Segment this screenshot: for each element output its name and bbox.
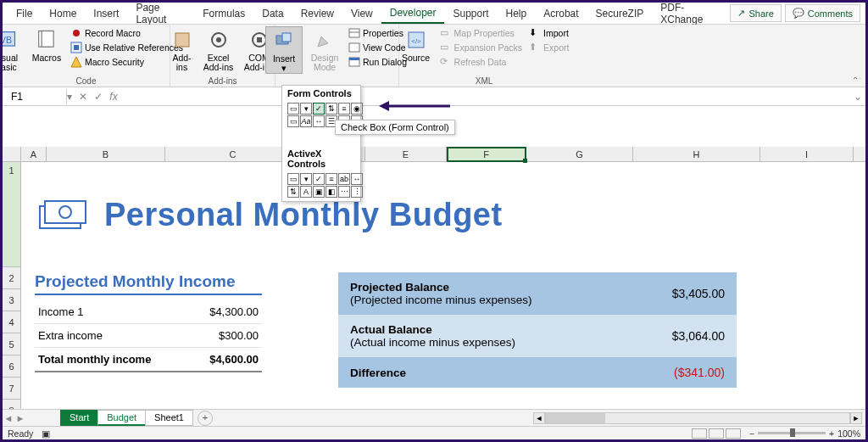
col-header-G[interactable]: G bbox=[526, 147, 633, 161]
balance-row: Projected Balance(Projected income minus… bbox=[338, 272, 737, 315]
income-row: Income 1$4,300.00 bbox=[35, 300, 262, 324]
expansion-packs-button[interactable]: ▭Expansion Packs bbox=[438, 41, 525, 54]
col-header-E[interactable]: E bbox=[365, 147, 447, 161]
ax-checkbox-icon[interactable]: ✓ bbox=[313, 173, 325, 185]
tab-data[interactable]: Data bbox=[253, 4, 292, 23]
ax-scroll-icon[interactable]: ↔ bbox=[351, 173, 363, 185]
add-sheet-button[interactable]: + bbox=[198, 411, 213, 426]
row-header-5[interactable]: 5 bbox=[3, 333, 20, 355]
ax-combo-icon[interactable]: ▾ bbox=[300, 173, 312, 185]
sheet-tab-start[interactable]: Start bbox=[60, 410, 98, 426]
row-headers[interactable]: 12345678 bbox=[3, 162, 21, 409]
enter-formula-icon[interactable]: ✓ bbox=[91, 91, 106, 103]
row-header-8[interactable]: 8 bbox=[3, 400, 20, 409]
zoom-in-icon[interactable]: + bbox=[829, 428, 834, 439]
col-header-A[interactable]: A bbox=[21, 147, 47, 161]
visual-basic-button[interactable]: VB Visual Basic bbox=[0, 26, 25, 72]
expand-formula-bar-icon[interactable]: ⌄ bbox=[850, 91, 865, 103]
status-ready: Ready bbox=[8, 428, 33, 439]
zoom-slider[interactable] bbox=[758, 432, 826, 434]
zoom-out-icon[interactable]: − bbox=[749, 428, 754, 439]
form-label-icon[interactable]: Aa bbox=[300, 115, 312, 127]
share-button[interactable]: ↗Share bbox=[730, 4, 781, 22]
refresh-data-button[interactable]: ⟳Refresh Data bbox=[438, 55, 525, 69]
tab-review[interactable]: Review bbox=[292, 4, 342, 23]
worksheet[interactable]: ABCDEFGHI 12345678 Personal Monthly Budg… bbox=[3, 106, 865, 409]
scroll-left-icon[interactable]: ◄ bbox=[533, 412, 545, 424]
ax-text-icon[interactable]: ab bbox=[338, 173, 350, 185]
macros-button[interactable]: Macros bbox=[28, 26, 65, 63]
tab-acrobat[interactable]: Acrobat bbox=[535, 4, 587, 23]
form-combo-icon[interactable]: ▾ bbox=[300, 103, 312, 115]
design-mode-button[interactable]: Design Mode bbox=[306, 26, 343, 72]
comments-button[interactable]: 💬Comments bbox=[785, 4, 860, 22]
row-header-2[interactable]: 2 bbox=[3, 267, 20, 289]
insert-controls-button[interactable]: Insert▾ bbox=[265, 26, 303, 74]
row-header-3[interactable]: 3 bbox=[3, 289, 20, 311]
balance-row: Difference($341.00) bbox=[338, 357, 737, 388]
sheet-nav-prev-icon[interactable]: ◄ bbox=[3, 413, 14, 423]
col-header-C[interactable]: C bbox=[165, 147, 301, 161]
tab-help[interactable]: Help bbox=[498, 4, 536, 23]
income-header: Projected Monthly Income bbox=[35, 272, 262, 295]
ax-more1-icon[interactable]: ⋯ bbox=[338, 186, 350, 198]
row-header-7[interactable]: 7 bbox=[3, 378, 20, 400]
ax-image-icon[interactable]: ▣ bbox=[313, 186, 325, 198]
svg-rect-14 bbox=[282, 33, 291, 42]
row-header-1[interactable]: 1 bbox=[3, 162, 20, 267]
macro-record-status-icon[interactable]: ▣ bbox=[42, 428, 50, 439]
tab-file[interactable]: File bbox=[8, 4, 41, 23]
svg-point-10 bbox=[216, 37, 221, 42]
sheet-tab-budget[interactable]: Budget bbox=[97, 410, 146, 426]
sheet-nav-next-icon[interactable]: ► bbox=[14, 413, 26, 423]
ax-more2-icon[interactable]: ⋮ bbox=[351, 186, 363, 198]
form-scroll-icon[interactable]: ↔ bbox=[313, 115, 325, 127]
col-header-B[interactable]: B bbox=[47, 147, 165, 161]
form-list-icon[interactable]: ≡ bbox=[338, 103, 350, 115]
import-button[interactable]: ⬇Import bbox=[527, 26, 570, 40]
money-icon bbox=[35, 194, 89, 235]
addins-button[interactable]: Add- ins bbox=[168, 26, 197, 72]
tab-support[interactable]: Support bbox=[444, 4, 497, 23]
row-header-6[interactable]: 6 bbox=[3, 355, 20, 378]
fx-icon[interactable]: fx bbox=[106, 91, 121, 103]
ax-toggle-icon[interactable]: ◧ bbox=[326, 186, 337, 198]
source-button[interactable]: </>Source bbox=[398, 26, 435, 63]
row-header-4[interactable]: 4 bbox=[3, 311, 20, 333]
form-spin-icon[interactable]: ⇅ bbox=[326, 103, 337, 115]
col-header-I[interactable]: I bbox=[760, 147, 854, 161]
tab-view[interactable]: View bbox=[342, 4, 381, 23]
tab-securezip[interactable]: SecureZIP bbox=[587, 4, 653, 23]
name-box[interactable]: F1 bbox=[6, 89, 67, 104]
form-group-icon[interactable]: ▭ bbox=[287, 115, 299, 127]
export-button[interactable]: ⬆Export bbox=[527, 41, 570, 54]
tab-home[interactable]: Home bbox=[41, 4, 85, 23]
tab-insert[interactable]: Insert bbox=[85, 4, 127, 23]
map-properties-button[interactable]: ▭Map Properties bbox=[438, 26, 525, 40]
ax-button-icon[interactable]: ▭ bbox=[287, 173, 299, 185]
form-option-icon[interactable]: ◉ bbox=[351, 103, 363, 115]
col-header-F[interactable]: F bbox=[447, 147, 526, 161]
svg-rect-3 bbox=[42, 31, 53, 48]
zoom-control[interactable]: − + 100% bbox=[749, 428, 860, 439]
col-header-H[interactable]: H bbox=[633, 147, 760, 161]
tab-developer[interactable]: Developer bbox=[381, 3, 445, 24]
horizontal-scrollbar[interactable]: ◄ ► bbox=[213, 412, 865, 424]
form-button-icon[interactable]: ▭ bbox=[287, 103, 299, 115]
excel-addins-button[interactable]: Excel Add-ins bbox=[200, 26, 237, 72]
ax-list-icon[interactable]: ≡ bbox=[326, 173, 337, 185]
view-normal-button[interactable] bbox=[692, 428, 707, 439]
form-checkbox-icon[interactable]: ✓ bbox=[313, 103, 325, 115]
scroll-right-icon[interactable]: ► bbox=[850, 412, 862, 424]
formula-input[interactable] bbox=[121, 90, 850, 103]
ribbon-group-code: VB Visual Basic Macros Record Macro Use … bbox=[3, 25, 170, 87]
ax-label-icon[interactable]: A bbox=[300, 186, 312, 198]
view-page-break-button[interactable] bbox=[726, 428, 741, 439]
column-headers[interactable]: ABCDEFGHI bbox=[3, 147, 865, 162]
cancel-formula-icon[interactable]: ✕ bbox=[75, 91, 91, 103]
view-page-layout-button[interactable] bbox=[709, 428, 724, 439]
sheet-tab-sheet1[interactable]: Sheet1 bbox=[145, 410, 193, 426]
collapse-ribbon-button[interactable]: ⌃ bbox=[852, 76, 859, 85]
ax-spin-icon[interactable]: ⇅ bbox=[287, 186, 299, 198]
tab-formulas[interactable]: Formulas bbox=[194, 4, 253, 23]
